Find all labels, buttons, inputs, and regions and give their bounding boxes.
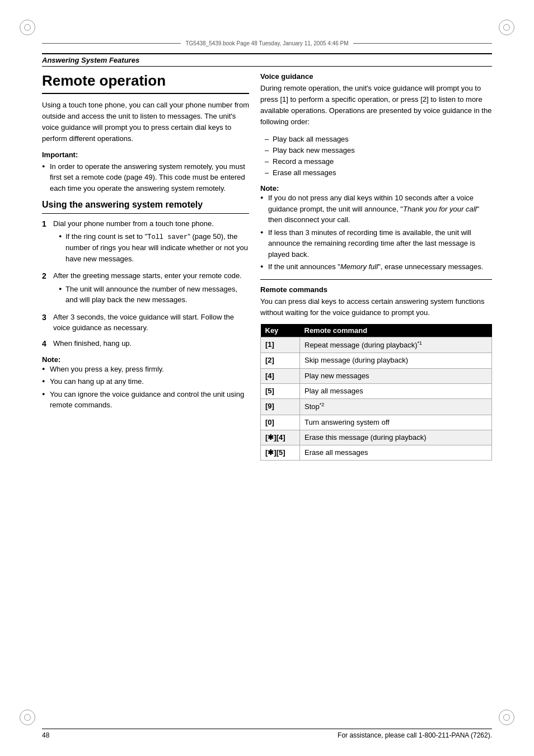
table-header-command: Remote command: [300, 324, 492, 337]
left-note-3: You can ignore the voice guidance and co…: [42, 389, 249, 411]
right-note-2: If less than 3 minutes of recording time…: [260, 227, 492, 260]
important-bullet-1: In order to operate the answering system…: [42, 161, 249, 194]
voice-guidance-text: During remote operation, the unit's voic…: [260, 83, 492, 128]
table-row: [2] Skip message (during playback): [261, 353, 492, 368]
table-header-key: Key: [261, 324, 300, 337]
left-note-section: Note: When you press a key, press firmly…: [42, 355, 249, 411]
table-row: [1] Repeat message (during playback)*1: [261, 337, 492, 353]
left-note-label: Note:: [42, 355, 249, 364]
corner-mark-bl: [20, 710, 35, 725]
step-2-content: After the greeting message starts, enter…: [53, 270, 249, 307]
key-2: [2]: [261, 353, 300, 368]
corner-mark-br: [499, 710, 514, 725]
step-4-num: 4: [42, 338, 50, 350]
key-4: [4]: [261, 368, 300, 383]
section-title-bar: Answering System Features: [42, 53, 492, 67]
vg-item-1: Play back all messages: [265, 134, 492, 145]
key-1: [1]: [261, 337, 300, 353]
section-label: Answering System Features: [42, 56, 139, 64]
cmd-2: Skip message (during playback): [300, 353, 492, 368]
table-row: [0] Turn answering system off: [261, 415, 492, 430]
divider: [260, 279, 492, 280]
vg-item-3: Record a message: [265, 156, 492, 167]
step-1-sub: If the ring count is set to "Toll saver"…: [53, 231, 249, 264]
voice-guidance-list: Play back all messages Play back new mes…: [260, 134, 492, 179]
cmd-5: Play all messages: [300, 383, 492, 398]
remote-commands-text: You can press dial keys to access certai…: [260, 296, 492, 318]
subsection-title: Using the answering system remotely: [42, 199, 249, 214]
table-row: [✱][5] Erase all messages: [261, 445, 492, 460]
header-bar-line-right: [353, 43, 492, 44]
step-1-sub-1: If the ring count is set to "Toll saver"…: [59, 231, 249, 264]
right-note-3: If the unit announces "Memory full", era…: [260, 261, 492, 273]
left-note-1: When you press a key, press firmly.: [42, 364, 249, 375]
step-2: 2 After the greeting message starts, ent…: [42, 270, 249, 307]
footer-bar: 48 For assistance, please call 1-800-211…: [42, 729, 492, 739]
left-column: Remote operation Using a touch tone phon…: [42, 72, 249, 461]
cmd-4: Play new messages: [300, 368, 492, 383]
toll-saver-code: Toll saver: [147, 233, 188, 241]
step-3: 3 After 3 seconds, the voice guidance wi…: [42, 312, 249, 334]
key-star5: [✱][5]: [261, 445, 300, 460]
step-4-content: When finished, hang up.: [53, 338, 249, 350]
table-row: [✱][4] Erase this message (during playba…: [261, 430, 492, 445]
key-0: [0]: [261, 415, 300, 430]
step-4-text: When finished, hang up.: [53, 339, 132, 348]
cmd-star5: Erase all messages: [300, 445, 492, 460]
content-area: Answering System Features Remote operati…: [42, 53, 492, 711]
cmd-1: Repeat message (during playback)*1: [300, 337, 492, 353]
two-col-layout: Remote operation Using a touch tone phon…: [42, 72, 492, 461]
page-number: 48: [42, 731, 49, 739]
table-row: [4] Play new messages: [261, 368, 492, 383]
vg-item-2: Play back new messages: [265, 145, 492, 156]
step-4: 4 When finished, hang up.: [42, 338, 249, 350]
important-label: Important:: [42, 151, 249, 159]
step-1: 1 Dial your phone number from a touch to…: [42, 218, 249, 266]
important-bullets: In order to operate the answering system…: [42, 161, 249, 194]
remote-commands-head: Remote commands: [260, 285, 492, 294]
key-5: [5]: [261, 383, 300, 398]
footer-text: For assistance, please call 1-800-211-PA…: [338, 731, 492, 739]
voice-guidance-head: Voice guidance: [260, 72, 492, 81]
step-1-content: Dial your phone number from a touch tone…: [53, 218, 249, 266]
intro-text: Using a touch tone phone, you can call y…: [42, 100, 249, 145]
step-3-text: After 3 seconds, the voice guidance will…: [53, 313, 234, 332]
right-note-section: Note: If you do not press any dial keys …: [260, 184, 492, 273]
steps-list: 1 Dial your phone number from a touch to…: [42, 218, 249, 350]
step-2-num: 2: [42, 270, 50, 307]
left-note-2: You can hang up at any time.: [42, 376, 249, 387]
table-row: [9] Stop*2: [261, 398, 492, 415]
table-body: [1] Repeat message (during playback)*1 […: [261, 337, 492, 460]
step-2-text: After the greeting message starts, enter…: [53, 271, 242, 280]
step-2-sub: The unit will announce the number of new…: [53, 284, 249, 306]
key-star4: [✱][4]: [261, 430, 300, 445]
step-2-sub-1: The unit will announce the number of new…: [59, 284, 249, 306]
right-note-label: Note:: [260, 184, 492, 192]
cmd-9: Stop*2: [300, 398, 492, 415]
header-bar-line-left: [42, 43, 181, 44]
corner-mark-tr: [499, 20, 514, 35]
right-note-bullets: If you do not press any dial keys within…: [260, 192, 492, 273]
corner-mark-tl: [20, 20, 35, 35]
right-column: Voice guidance During remote operation, …: [260, 72, 492, 461]
vg-item-4: Erase all messages: [265, 167, 492, 179]
left-note-bullets: When you press a key, press firmly. You …: [42, 364, 249, 411]
step-3-content: After 3 seconds, the voice guidance will…: [53, 312, 249, 334]
header-bar: TG5438_5439.book Page 48 Tuesday, Januar…: [42, 40, 492, 46]
step-3-num: 3: [42, 312, 50, 334]
key-9: [9]: [261, 398, 300, 415]
right-note-1: If you do not press any dial keys within…: [260, 192, 492, 226]
step-1-num: 1: [42, 218, 50, 266]
cmd-0: Turn answering system off: [300, 415, 492, 430]
main-title: Remote operation: [42, 72, 249, 94]
step-1-text: Dial your phone number from a touch tone…: [53, 219, 214, 228]
cmd-star4: Erase this message (during playback): [300, 430, 492, 445]
table-row: [5] Play all messages: [261, 383, 492, 398]
page: TG5438_5439.book Page 48 Tuesday, Januar…: [0, 0, 534, 756]
header-bar-text: TG5438_5439.book Page 48 Tuesday, Januar…: [181, 40, 353, 46]
remote-commands-table: Key Remote command [1] Repeat message (d…: [260, 324, 492, 461]
